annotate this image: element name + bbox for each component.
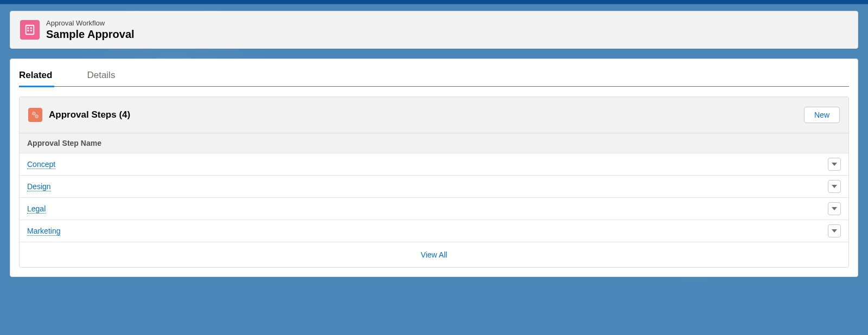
view-all-row: View All — [20, 242, 848, 267]
record-title: Sample Approval — [46, 28, 135, 41]
row-action-menu[interactable] — [828, 180, 841, 193]
svg-rect-3 — [30, 27, 32, 29]
table-row: Legal — [20, 197, 848, 220]
record-header: Approval Workflow Sample Approval — [10, 11, 858, 49]
tab-related[interactable]: Related — [19, 67, 65, 86]
workflow-icon — [20, 20, 40, 40]
svg-point-8 — [36, 116, 37, 117]
table-row: Concept — [20, 153, 848, 175]
row-action-menu[interactable] — [828, 158, 841, 171]
step-link-marketing[interactable]: Marketing — [27, 227, 60, 236]
view-all-link[interactable]: View All — [421, 250, 448, 259]
row-action-menu[interactable] — [828, 202, 841, 215]
top-bar — [0, 0, 868, 4]
related-list: Approval Steps (4) New Approval Step Nam… — [19, 96, 849, 268]
table-row: Design — [20, 175, 848, 197]
svg-rect-2 — [27, 30, 29, 31]
record-type-label: Approval Workflow — [46, 19, 135, 27]
gears-icon — [28, 108, 42, 122]
new-button[interactable]: New — [804, 107, 840, 123]
related-list-header: Approval Steps (4) New — [20, 97, 848, 133]
tab-details[interactable]: Details — [87, 67, 128, 86]
svg-rect-4 — [30, 30, 32, 31]
chevron-down-icon — [832, 207, 837, 211]
tabs: Related Details — [19, 67, 849, 87]
chevron-down-icon — [832, 162, 837, 166]
svg-rect-0 — [26, 25, 34, 35]
chevron-down-icon — [832, 184, 837, 189]
svg-point-6 — [34, 113, 35, 114]
related-list-title: Approval Steps (4) — [49, 109, 130, 120]
table-row: Marketing — [20, 220, 848, 242]
step-link-legal[interactable]: Legal — [27, 204, 46, 214]
step-link-design[interactable]: Design — [27, 182, 51, 191]
row-action-menu[interactable] — [828, 224, 841, 237]
step-link-concept[interactable]: Concept — [27, 160, 55, 169]
svg-rect-1 — [27, 27, 29, 29]
main-content: Related Details Approval Steps (4) New A… — [10, 59, 858, 277]
chevron-down-icon — [832, 229, 837, 233]
column-header-name: Approval Step Name — [20, 133, 848, 153]
